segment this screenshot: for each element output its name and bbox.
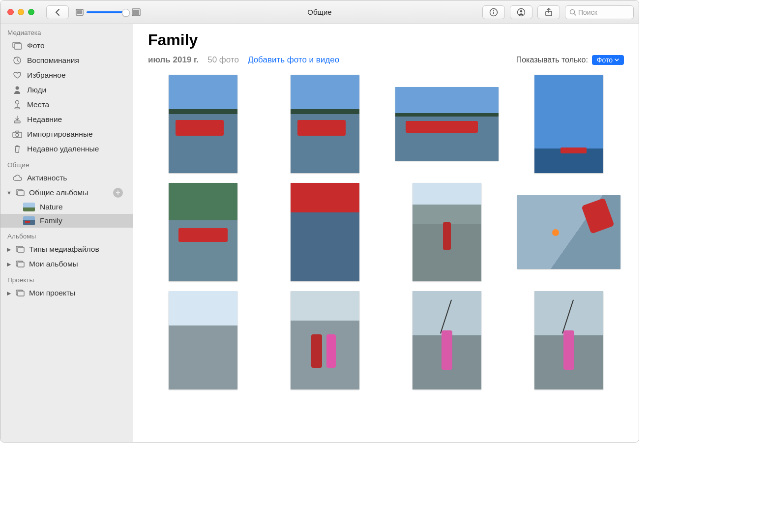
person-circle-icon bbox=[517, 8, 526, 17]
svg-rect-19 bbox=[14, 121, 20, 123]
sidebar-item-my-albums[interactable]: ▶ Мои альбомы bbox=[0, 257, 133, 271]
cloud-icon bbox=[12, 173, 22, 183]
sidebar-item-places[interactable]: Места bbox=[0, 97, 133, 112]
sidebar-album-nature[interactable]: Nature bbox=[0, 200, 133, 214]
clock-icon bbox=[12, 56, 22, 65]
photo-thumbnail[interactable] bbox=[291, 183, 359, 281]
photo-thumbnail[interactable] bbox=[413, 291, 481, 389]
svg-rect-27 bbox=[18, 262, 24, 267]
svg-point-16 bbox=[16, 101, 19, 104]
share-icon bbox=[545, 8, 553, 17]
photo-thumbnail[interactable] bbox=[169, 291, 237, 389]
svg-rect-1 bbox=[77, 10, 82, 14]
sidebar-item-memories[interactable]: Воспоминания bbox=[0, 53, 133, 68]
sidebar-album-family[interactable]: Family bbox=[0, 214, 133, 228]
thumb-large-icon bbox=[132, 8, 141, 16]
trash-icon bbox=[12, 144, 22, 154]
size-slider[interactable] bbox=[87, 11, 129, 13]
zoom-window-button[interactable] bbox=[28, 9, 34, 15]
thumbnail-size-control[interactable] bbox=[76, 8, 141, 16]
close-window-button[interactable] bbox=[7, 9, 14, 15]
sidebar-item-media-types[interactable]: ▶ Типы медиафайлов bbox=[0, 242, 133, 257]
sidebar-item-imports[interactable]: Импортированные bbox=[0, 127, 133, 142]
svg-rect-25 bbox=[18, 247, 24, 252]
photo-thumbnail[interactable] bbox=[395, 87, 499, 161]
photo-thumbnail[interactable] bbox=[534, 75, 603, 173]
section-shared-header: Общие bbox=[0, 156, 133, 171]
photo-thumbnail[interactable] bbox=[517, 195, 620, 269]
pin-icon bbox=[12, 100, 22, 110]
album-title: Family bbox=[148, 31, 624, 49]
search-field[interactable]: Поиск bbox=[565, 5, 634, 19]
photo-thumbnail[interactable] bbox=[291, 291, 359, 389]
sidebar-label: Мои проекты bbox=[29, 289, 75, 297]
chevron-down-icon bbox=[615, 59, 619, 61]
svg-rect-20 bbox=[13, 132, 22, 138]
sidebar-label: Активность bbox=[27, 174, 67, 182]
person-icon bbox=[12, 85, 22, 95]
sidebar-item-photos[interactable]: Фото bbox=[0, 38, 133, 53]
main-content: Family июль 2019 г. 50 фото Добавить фот… bbox=[133, 24, 639, 442]
svg-point-5 bbox=[493, 10, 494, 11]
svg-rect-29 bbox=[18, 291, 24, 296]
back-button[interactable] bbox=[46, 5, 69, 19]
sidebar-label: Фото bbox=[27, 41, 45, 50]
album-date: июль 2019 г. bbox=[148, 55, 199, 65]
sidebar-label: Family bbox=[40, 216, 62, 225]
minimize-window-button[interactable] bbox=[18, 9, 24, 15]
sidebar-item-trash[interactable]: Недавно удаленные bbox=[0, 142, 133, 156]
album-thumbnail bbox=[23, 203, 35, 211]
share-button[interactable] bbox=[537, 5, 560, 19]
filter-value: Фото bbox=[597, 56, 613, 64]
svg-line-11 bbox=[574, 13, 576, 15]
add-photos-link[interactable]: Добавить фото и видео bbox=[248, 55, 339, 65]
photo-thumbnail[interactable] bbox=[169, 75, 237, 173]
disclosure-triangle-icon[interactable]: ▶ bbox=[6, 246, 11, 253]
sidebar-item-activity[interactable]: Активность bbox=[0, 171, 133, 185]
filter-dropdown[interactable]: Фото bbox=[592, 55, 624, 65]
titlebar: Общие Поиск bbox=[0, 0, 639, 24]
sidebar-label: Избранное bbox=[27, 71, 66, 80]
search-placeholder: Поиск bbox=[578, 8, 597, 16]
svg-rect-13 bbox=[14, 44, 22, 49]
toolbar-right: Поиск bbox=[482, 5, 634, 19]
disclosure-triangle-icon[interactable]: ▶ bbox=[6, 261, 11, 267]
info-button[interactable] bbox=[482, 5, 505, 19]
camera-icon bbox=[12, 129, 22, 139]
svg-point-18 bbox=[15, 107, 20, 109]
sidebar-item-shared-albums[interactable]: ▼ Общие альбомы + bbox=[0, 185, 133, 200]
svg-rect-3 bbox=[133, 10, 139, 15]
sidebar-item-recents[interactable]: Недавние bbox=[0, 112, 133, 127]
sidebar-label: Типы медиафайлов bbox=[29, 245, 99, 254]
sidebar-label: Мои альбомы bbox=[29, 260, 78, 268]
album-thumbnail bbox=[23, 216, 35, 225]
svg-point-8 bbox=[520, 10, 523, 12]
disclosure-triangle-icon[interactable]: ▼ bbox=[6, 190, 11, 196]
section-projects-header: Проекты bbox=[0, 271, 133, 286]
sidebar-item-favorites[interactable]: Избранное bbox=[0, 68, 133, 83]
sidebar-item-my-projects[interactable]: ▶ Мои проекты bbox=[0, 286, 133, 300]
photo-thumbnail[interactable] bbox=[291, 75, 359, 173]
photo-thumbnail[interactable] bbox=[169, 183, 237, 281]
disclosure-triangle-icon[interactable]: ▶ bbox=[6, 290, 11, 296]
section-library-header: Медиатека bbox=[0, 24, 133, 38]
sidebar-item-people[interactable]: Люди bbox=[0, 83, 133, 97]
sidebar-label: Общие альбомы bbox=[29, 188, 88, 197]
photo-thumbnail[interactable] bbox=[413, 183, 481, 281]
download-icon bbox=[12, 115, 22, 124]
svg-rect-6 bbox=[493, 11, 494, 14]
search-icon bbox=[569, 9, 576, 16]
people-button[interactable] bbox=[510, 5, 532, 19]
section-albums-header: Альбомы bbox=[0, 228, 133, 242]
album-stack-icon bbox=[15, 259, 25, 269]
info-icon bbox=[489, 8, 498, 17]
filter-label: Показывать только: bbox=[516, 56, 588, 64]
sidebar-label: Импортированные bbox=[27, 130, 93, 139]
svg-point-21 bbox=[16, 134, 19, 137]
sidebar-label: Люди bbox=[27, 86, 46, 94]
add-shared-album-button[interactable]: + bbox=[113, 188, 123, 198]
photo-thumbnail[interactable] bbox=[534, 291, 603, 389]
heart-icon bbox=[12, 70, 22, 80]
thumb-small-icon bbox=[76, 9, 84, 16]
svg-point-15 bbox=[16, 87, 19, 90]
